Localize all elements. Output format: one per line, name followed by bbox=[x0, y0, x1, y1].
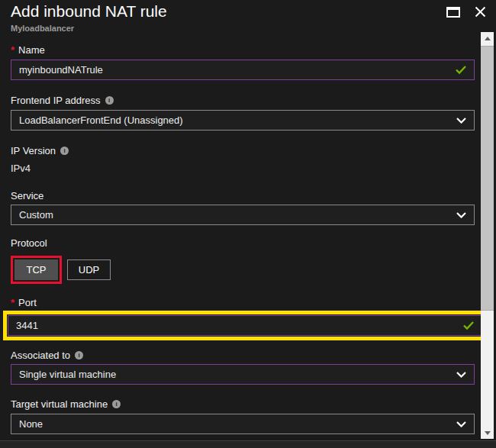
port-label-text: Port bbox=[18, 297, 37, 308]
frontend-ip-selected-value: LoadBalancerFrontEnd (Unassigned) bbox=[19, 114, 183, 126]
name-label: * Name bbox=[11, 44, 475, 56]
info-icon[interactable]: i bbox=[105, 96, 114, 105]
valid-checkmark-icon bbox=[463, 321, 474, 330]
info-icon[interactable]: i bbox=[60, 147, 69, 155]
service-label-text: Service bbox=[11, 190, 43, 201]
port-label: * Port bbox=[11, 297, 475, 308]
associated-to-selected-value: Single virtual machine bbox=[19, 369, 116, 380]
associated-to-label: Associated to i bbox=[11, 350, 475, 361]
port-annotation-highlight bbox=[3, 311, 487, 340]
required-marker: * bbox=[11, 44, 14, 56]
service-label: Service bbox=[11, 190, 475, 201]
page-subtitle: Myloadbalancer bbox=[11, 24, 475, 34]
blade-footer-bar bbox=[0, 440, 496, 448]
port-field bbox=[8, 315, 482, 336]
name-field bbox=[11, 60, 475, 80]
protocol-udp-button[interactable]: UDP bbox=[67, 259, 111, 280]
frontend-ip-label: Frontend IP address i bbox=[11, 95, 475, 106]
ip-version-value: IPv4 bbox=[11, 163, 475, 174]
name-label-text: Name bbox=[18, 44, 45, 56]
target-vm-dropdown[interactable]: None bbox=[11, 414, 475, 434]
frontend-ip-dropdown[interactable]: LoadBalancerFrontEnd (Unassigned) bbox=[11, 110, 475, 131]
valid-checkmark-icon bbox=[456, 66, 466, 74]
info-icon[interactable]: i bbox=[75, 351, 83, 359]
info-icon[interactable]: i bbox=[112, 400, 121, 408]
scroll-up-button[interactable] bbox=[481, 32, 494, 44]
close-icon[interactable] bbox=[475, 6, 486, 18]
required-marker: * bbox=[11, 297, 14, 308]
protocol-tcp-button[interactable]: TCP bbox=[14, 259, 58, 280]
target-vm-label: Target virtual machine i bbox=[11, 398, 475, 410]
protocol-label: Protocol bbox=[11, 237, 475, 249]
vertical-scrollbar[interactable] bbox=[481, 32, 494, 439]
target-vm-selected-value: None bbox=[19, 418, 43, 430]
chevron-down-icon bbox=[456, 209, 466, 221]
scrollbar-thumb[interactable] bbox=[481, 46, 494, 311]
protocol-label-text: Protocol bbox=[11, 237, 47, 249]
chevron-down-icon bbox=[456, 114, 466, 126]
chevron-down-icon bbox=[456, 369, 466, 380]
add-inbound-nat-rule-blade: Add inbound NAT rule Myloadbalancer * Na… bbox=[11, 0, 475, 434]
associated-to-label-text: Associated to bbox=[11, 350, 70, 361]
ip-version-label-text: IP Version bbox=[11, 145, 56, 156]
chevron-down-icon bbox=[456, 418, 466, 430]
protocol-toggle-group: TCP UDP bbox=[11, 256, 475, 284]
target-vm-label-text: Target virtual machine bbox=[11, 398, 108, 410]
service-selected-value: Custom bbox=[19, 209, 53, 221]
associated-to-dropdown[interactable]: Single virtual machine bbox=[11, 364, 475, 385]
page-title: Add inbound NAT rule bbox=[11, 2, 475, 21]
scroll-up-arrow-icon bbox=[485, 37, 491, 40]
scroll-down-arrow-icon bbox=[485, 431, 491, 435]
service-dropdown[interactable]: Custom bbox=[11, 205, 475, 225]
port-input[interactable] bbox=[16, 320, 457, 331]
scroll-down-button[interactable] bbox=[481, 427, 494, 439]
name-input[interactable] bbox=[19, 64, 449, 76]
ip-version-label: IP Version i bbox=[11, 145, 475, 156]
frontend-ip-label-text: Frontend IP address bbox=[11, 95, 101, 106]
